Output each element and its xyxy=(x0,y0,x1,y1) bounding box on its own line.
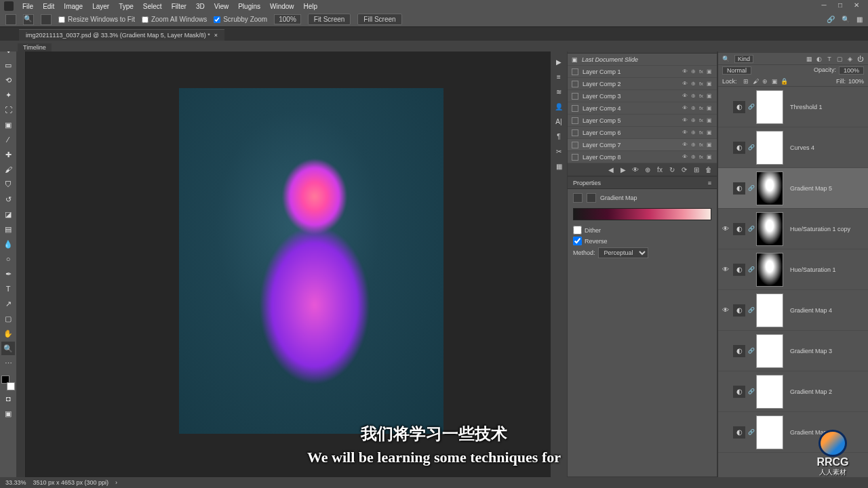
fill-input[interactable]: 100% xyxy=(848,78,864,85)
layer-row[interactable]: ◐🔗Gradient Map 2 xyxy=(718,371,868,412)
layer-mask-thumb[interactable] xyxy=(756,293,783,327)
filter-kind-dropdown[interactable]: Kind xyxy=(734,55,753,63)
hand-tool[interactable]: ✋ xyxy=(1,327,15,340)
gradient-tool[interactable]: ▤ xyxy=(1,222,15,236)
menu-file[interactable]: File xyxy=(18,3,38,10)
menu-edit[interactable]: Edit xyxy=(38,3,59,10)
zoom-plus-icon[interactable]: 🔍 xyxy=(23,14,34,25)
eyedropper-tool[interactable]: ∕ xyxy=(1,133,15,146)
visibility-toggle[interactable]: 👁 xyxy=(721,266,730,273)
filter-pixel-icon[interactable]: ▦ xyxy=(805,56,813,62)
menu-help[interactable]: Help xyxy=(299,3,323,10)
blend-mode-dropdown[interactable]: Normal xyxy=(722,66,751,75)
quickmask-tool[interactable]: ◘ xyxy=(1,392,15,405)
layer-name[interactable]: Hue/Saturation 1 xyxy=(786,266,865,273)
path-tool[interactable]: ↗ xyxy=(1,297,15,310)
menu-filter[interactable]: Filter xyxy=(167,3,191,10)
resize-windows-checkbox[interactable]: Resize Windows to Fit xyxy=(58,16,135,23)
opacity-input[interactable]: 100% xyxy=(839,66,864,75)
status-zoom[interactable]: 33.33% xyxy=(5,479,26,486)
shape-tool[interactable]: ▢ xyxy=(1,312,15,325)
visibility-toggle[interactable]: 👁 xyxy=(721,225,730,232)
menu-select[interactable]: Select xyxy=(138,3,167,10)
pen-tool[interactable]: ✒ xyxy=(1,267,15,281)
marquee-tool[interactable]: ▭ xyxy=(1,58,15,72)
layer-name[interactable]: Gradient Map 4 xyxy=(786,307,865,314)
dither-checkbox[interactable] xyxy=(573,226,582,235)
layer-comp-row[interactable]: Layer Comp 1👁⊕fx▣ xyxy=(568,66,717,78)
lc-prev-icon[interactable]: ◀ xyxy=(607,166,615,174)
layer-row[interactable]: 👁◐🔗Hue/Saturation 1 copy xyxy=(718,209,868,249)
blur-tool[interactable]: 💧 xyxy=(1,237,15,251)
layer-name[interactable]: Hue/Saturation 1 copy xyxy=(786,226,865,232)
layer-comp-row[interactable]: Layer Comp 4👁⊕fx▣ xyxy=(568,102,717,115)
history-brush-tool[interactable]: ↺ xyxy=(1,192,15,206)
layer-name[interactable]: Curves 4 xyxy=(786,144,865,151)
heal-tool[interactable]: ✚ xyxy=(1,148,15,161)
paragraph-panel-icon[interactable]: A| xyxy=(553,118,565,130)
libraries-panel-icon[interactable]: ▦ xyxy=(553,163,565,175)
layer-name[interactable]: Threshold 1 xyxy=(786,104,865,110)
close-tab-icon[interactable]: × xyxy=(214,32,218,39)
menu-plugins[interactable]: Plugins xyxy=(233,3,265,10)
lock-nest-icon[interactable]: ▣ xyxy=(771,78,778,85)
brushes-panel-icon[interactable]: ≡ xyxy=(553,73,565,85)
method-dropdown[interactable]: Perceptual xyxy=(598,247,648,258)
filter-toggle-icon[interactable]: ⏻ xyxy=(856,56,864,62)
lock-pos-icon[interactable]: ⊕ xyxy=(762,78,769,85)
layer-comp-row[interactable]: Layer Comp 7👁⊕fx▣ xyxy=(568,139,717,151)
layer-row[interactable]: 👁◐🔗Gradient Map 4 xyxy=(718,290,868,331)
layer-mask-thumb[interactable] xyxy=(756,415,783,449)
layer-row[interactable]: ◐🔗Curves 4 xyxy=(718,127,868,168)
color-swatch[interactable] xyxy=(1,375,15,390)
char-panel-icon[interactable]: 👤 xyxy=(553,103,565,115)
layer-comp-row[interactable]: Layer Comp 8👁⊕fx▣ xyxy=(568,151,717,163)
layer-mask-thumb[interactable] xyxy=(756,253,783,287)
lock-trans-icon[interactable]: ⊞ xyxy=(743,78,750,85)
layer-row[interactable]: ◐🔗Gradient Map 3 xyxy=(718,331,868,371)
menu-window[interactable]: Window xyxy=(265,3,299,10)
lock-all-icon[interactable]: 🔒 xyxy=(781,78,788,85)
layer-mask-thumb[interactable] xyxy=(756,334,783,368)
document-tab[interactable]: img20211113_0037.psd @ 33.3% (Gradient M… xyxy=(19,29,224,41)
wand-tool[interactable]: ✦ xyxy=(1,88,15,102)
layer-comp-row[interactable]: Layer Comp 5👁⊕fx▣ xyxy=(568,115,717,127)
share-icon[interactable]: 🔗 xyxy=(827,16,835,23)
dodge-tool[interactable]: ○ xyxy=(1,252,15,266)
filter-adjust-icon[interactable]: ◐ xyxy=(815,56,823,62)
panel-menu-icon[interactable]: ≡ xyxy=(708,180,711,186)
layer-row[interactable]: 👁◐🔗Hue/Saturation 1 xyxy=(718,249,868,290)
lc-update-pos-icon[interactable]: ⊕ xyxy=(644,166,652,174)
canvas-area[interactable]: 1800160014001200100080060040020002004006… xyxy=(16,41,551,477)
zoom-minus-icon[interactable] xyxy=(41,14,52,25)
swatch-panel-icon[interactable]: ✂ xyxy=(553,148,565,160)
layer-mask-thumb[interactable] xyxy=(756,131,783,165)
layer-name[interactable]: Gradient Map 3 xyxy=(786,348,865,354)
search-icon[interactable]: 🔍 xyxy=(722,56,732,62)
lc-update-all-icon[interactable]: ⟳ xyxy=(680,166,688,174)
menu-image[interactable]: Image xyxy=(59,3,87,10)
layer-mask-thumb[interactable] xyxy=(756,375,783,409)
layer-comp-row[interactable]: Layer Comp 6👁⊕fx▣ xyxy=(568,127,717,139)
lc-delete-icon[interactable]: 🗑 xyxy=(705,166,713,174)
fill-screen-button[interactable]: Fill Screen xyxy=(357,14,401,25)
actions-panel-icon[interactable]: ▶ xyxy=(553,58,565,70)
menu-type[interactable]: Type xyxy=(114,3,138,10)
lasso-tool[interactable]: ⟲ xyxy=(1,73,15,87)
layer-comp-row[interactable]: Layer Comp 2👁⊕fx▣ xyxy=(568,78,717,90)
zoom-tool[interactable]: 🔍 xyxy=(1,342,15,355)
layer-row[interactable]: ◐🔗Gradient Map 5 xyxy=(718,168,868,209)
visibility-toggle[interactable]: 👁 xyxy=(721,306,730,314)
search-icon[interactable]: 🔍 xyxy=(842,16,850,23)
screenmode-tool[interactable]: ▣ xyxy=(1,407,15,420)
lc-update-app-icon[interactable]: fx xyxy=(656,166,664,174)
reverse-checkbox[interactable] xyxy=(573,237,582,245)
layer-name[interactable]: Gradient Map 2 xyxy=(786,388,865,395)
timeline-panel[interactable]: Timeline xyxy=(0,41,868,52)
menu-layer[interactable]: Layer xyxy=(87,3,114,10)
menu-view[interactable]: View xyxy=(210,3,234,10)
window-close[interactable]: ✕ xyxy=(849,1,864,11)
lc-update-vis-icon[interactable]: 👁 xyxy=(631,166,639,174)
layer-mask-thumb[interactable] xyxy=(756,212,783,246)
stamp-tool[interactable]: ⛉ xyxy=(1,178,15,191)
